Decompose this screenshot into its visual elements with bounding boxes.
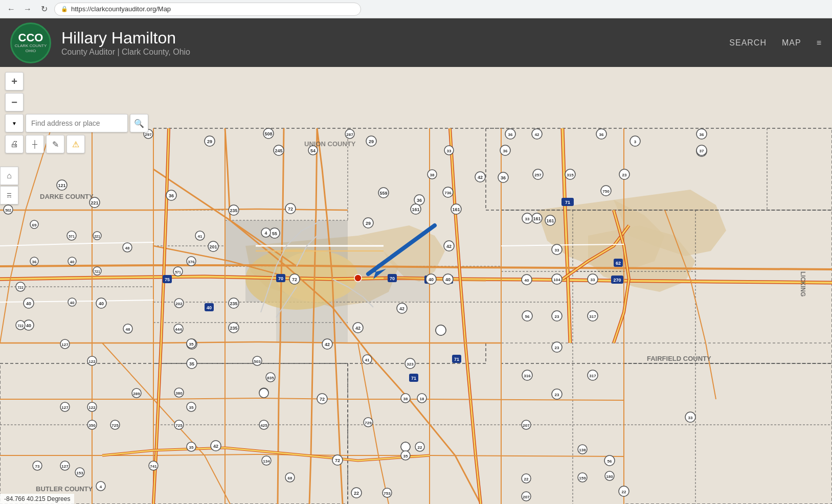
- home-button[interactable]: ⌂: [0, 167, 18, 185]
- svg-text:559: 559: [379, 191, 387, 196]
- svg-text:725: 725: [175, 423, 183, 428]
- forward-button[interactable]: →: [21, 3, 34, 15]
- back-button[interactable]: ←: [5, 3, 17, 15]
- print-button[interactable]: 🖨: [5, 135, 24, 153]
- svg-text:29: 29: [366, 221, 371, 226]
- svg-text:23: 23: [555, 346, 559, 350]
- zoom-in-button[interactable]: +: [5, 72, 24, 90]
- svg-text:72: 72: [288, 207, 293, 212]
- svg-text:40: 40: [26, 301, 31, 306]
- nav-search[interactable]: SEARCH: [729, 38, 767, 48]
- svg-text:235: 235: [230, 326, 237, 331]
- svg-text:36: 36: [503, 149, 508, 153]
- svg-text:138: 138: [579, 448, 586, 452]
- svg-text:508: 508: [264, 131, 272, 136]
- lock-icon: 🔒: [61, 6, 68, 12]
- draw-button[interactable]: ✎: [46, 135, 64, 153]
- logo-clark: CLARK COUNTYOHIO: [15, 43, 47, 53]
- svg-text:70: 70: [278, 276, 283, 281]
- svg-text:316: 316: [524, 374, 531, 378]
- zoom-out-button[interactable]: −: [5, 93, 24, 111]
- svg-text:503: 503: [254, 359, 261, 364]
- svg-text:42: 42: [535, 132, 539, 137]
- svg-text:71: 71: [454, 357, 459, 362]
- svg-text:571: 571: [69, 235, 75, 238]
- svg-text:38: 38: [403, 397, 408, 401]
- svg-text:54: 54: [310, 148, 316, 153]
- svg-text:207: 207: [523, 495, 530, 499]
- svg-text:159: 159: [579, 476, 586, 480]
- svg-text:40: 40: [445, 277, 451, 282]
- svg-text:425: 425: [260, 423, 267, 428]
- svg-text:71: 71: [411, 376, 416, 381]
- zoom-controls: +: [5, 72, 148, 90]
- svg-text:36: 36: [417, 198, 422, 203]
- svg-text:36: 36: [700, 132, 704, 137]
- svg-text:DARKE COUNTY: DARKE COUNTY: [40, 193, 94, 200]
- svg-text:161: 161: [546, 218, 554, 223]
- svg-text:40: 40: [525, 278, 529, 283]
- svg-text:69: 69: [32, 223, 37, 227]
- layer-dropdown-button[interactable]: ▼: [5, 114, 24, 132]
- svg-text:317: 317: [589, 374, 596, 378]
- svg-text:71: 71: [565, 200, 570, 205]
- svg-text:4: 4: [100, 485, 102, 489]
- svg-text:835: 835: [267, 376, 274, 380]
- svg-text:270: 270: [613, 278, 621, 283]
- svg-text:42: 42: [355, 326, 361, 331]
- svg-point-298: [259, 388, 268, 398]
- svg-text:161: 161: [412, 207, 419, 212]
- print-icon: 🖨: [10, 140, 18, 149]
- svg-text:376: 376: [188, 260, 195, 264]
- svg-text:35: 35: [189, 342, 194, 347]
- svg-text:40: 40: [70, 301, 75, 305]
- logo[interactable]: CCO CLARK COUNTYOHIO: [10, 22, 51, 63]
- svg-text:121: 121: [58, 183, 65, 188]
- alert-icon: ⚠: [72, 140, 79, 149]
- search-icon: 🔍: [134, 119, 144, 128]
- map-container[interactable]: 70 70 40 40 270 62 75 40 71 71 71 29 29 …: [0, 67, 832, 504]
- svg-text:289: 289: [133, 392, 140, 396]
- svg-text:315: 315: [567, 173, 574, 177]
- svg-text:22: 22: [524, 477, 529, 482]
- svg-text:33: 33: [688, 416, 693, 420]
- svg-text:721: 721: [94, 270, 100, 273]
- layers-icon: ┼: [32, 140, 37, 148]
- svg-text:380: 380: [175, 391, 183, 396]
- svg-text:722: 722: [17, 324, 24, 328]
- svg-text:41: 41: [365, 358, 370, 362]
- address-search-input[interactable]: [26, 114, 128, 132]
- svg-text:40: 40: [429, 277, 434, 282]
- browser-chrome: ← → ↻ 🔒 https://clarkcountyauditor.org/M…: [0, 0, 832, 18]
- refresh-button[interactable]: ↻: [38, 3, 50, 15]
- svg-text:202: 202: [175, 302, 183, 306]
- svg-text:29: 29: [207, 139, 212, 144]
- nav-map[interactable]: MAP: [782, 38, 801, 48]
- svg-text:23: 23: [622, 173, 627, 177]
- svg-text:35: 35: [189, 361, 194, 366]
- svg-text:127: 127: [61, 464, 69, 469]
- alert-button[interactable]: ⚠: [66, 135, 85, 153]
- svg-text:221: 221: [94, 235, 100, 238]
- search-button[interactable]: 🔍: [130, 114, 148, 132]
- svg-text:35: 35: [403, 454, 408, 459]
- layers-button[interactable]: ┼: [26, 135, 44, 153]
- svg-text:235: 235: [230, 301, 237, 306]
- coordinates-status: -84.766 40.215 Degrees: [0, 494, 74, 504]
- svg-text:245: 245: [275, 148, 282, 153]
- svg-text:LICKING: LICKING: [799, 271, 806, 296]
- svg-text:42: 42: [213, 444, 218, 449]
- layers-panel-button[interactable]: ☴: [0, 186, 18, 204]
- svg-text:23: 23: [555, 393, 559, 397]
- nav-more[interactable]: ≡: [817, 38, 822, 48]
- svg-text:33: 33: [525, 217, 530, 221]
- svg-marker-42: [348, 266, 430, 302]
- site-header: CCO CLARK COUNTYOHIO Hillary Hamilton Co…: [0, 18, 832, 67]
- svg-text:127: 127: [61, 405, 69, 410]
- svg-text:37: 37: [700, 149, 704, 153]
- svg-text:33: 33: [555, 248, 559, 253]
- svg-text:741: 741: [150, 464, 157, 469]
- svg-text:42: 42: [478, 175, 483, 180]
- address-bar[interactable]: 🔒 https://clarkcountyauditor.org/Map: [54, 3, 361, 16]
- svg-text:36: 36: [169, 193, 174, 198]
